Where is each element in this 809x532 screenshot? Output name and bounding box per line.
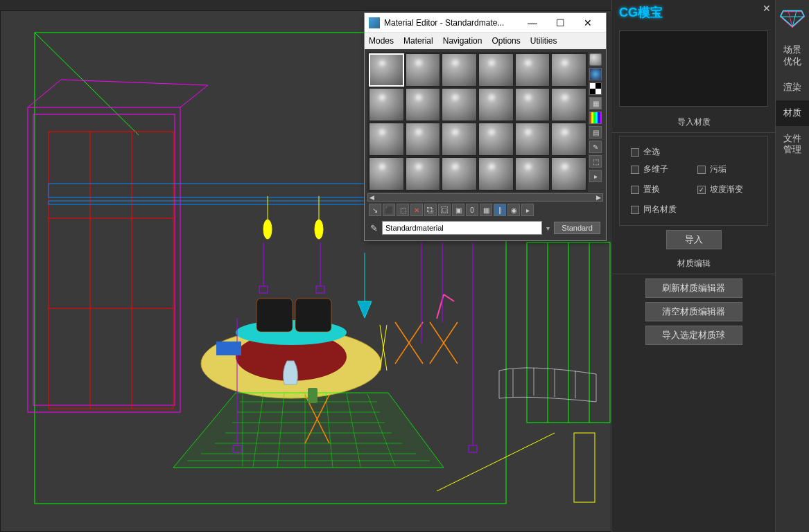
same-name-label: 同名材质 <box>643 204 677 215</box>
menu-options[interactable]: Options <box>492 36 520 46</box>
material-type-button[interactable]: Standard <box>554 222 600 234</box>
dropdown-icon[interactable]: ▾ <box>546 224 550 232</box>
go-to-parent-icon[interactable]: ◉ <box>507 204 520 216</box>
menu-modes[interactable]: Modes <box>369 36 394 46</box>
make-unique-icon[interactable]: ⿴ <box>438 204 451 216</box>
material-slot[interactable] <box>515 53 550 87</box>
edit-section-title: 材质编辑 <box>612 254 775 274</box>
sample-side-toolbar: ▦ ▤ ✎ ⬚ ▸ <box>588 52 603 192</box>
material-slot[interactable] <box>442 88 477 121</box>
material-slot[interactable] <box>478 53 514 87</box>
menu-navigation[interactable]: Navigation <box>443 36 482 46</box>
tab-scene-optimize[interactable]: 场景 优化 <box>776 37 809 75</box>
backlight-icon[interactable] <box>589 68 602 80</box>
svg-marker-74 <box>781 11 804 27</box>
checkbox-multisubobject[interactable] <box>631 166 639 174</box>
background-icon[interactable] <box>589 82 602 95</box>
window-title: Material Editor - Standardmate... <box>384 18 519 28</box>
dirt-label: 污垢 <box>710 163 727 175</box>
refresh-editor-button[interactable]: 刷新材质编辑器 <box>645 278 742 298</box>
import-section-title: 导入材质 <box>612 112 775 133</box>
multisubobject-label: 多维子 <box>643 163 668 175</box>
diamond-logo-icon[interactable] <box>779 7 806 28</box>
material-editor-titlebar[interactable]: Material Editor - Standardmate... — ☐ ✕ <box>365 13 606 33</box>
scroll-right-icon[interactable]: ▶ <box>596 194 601 201</box>
material-slot[interactable] <box>442 53 477 87</box>
material-sample-grid <box>367 52 588 192</box>
app-icon <box>369 17 380 28</box>
checkbox-displacement[interactable] <box>631 186 639 194</box>
material-map-navigator-icon[interactable]: ▸ <box>589 170 602 182</box>
side-tab-bar: 场景 优化 渲染 材质 文件 管理 <box>775 0 809 532</box>
material-slot[interactable] <box>406 157 441 190</box>
material-slot[interactable] <box>406 53 441 87</box>
show-map-icon[interactable]: ▦ <box>480 204 492 216</box>
material-editor-window[interactable]: Material Editor - Standardmate... — ☐ ✕ … <box>364 12 607 241</box>
make-copy-icon[interactable]: ⿻ <box>424 204 437 216</box>
assign-to-selection-icon[interactable]: ⬚ <box>397 204 409 216</box>
sample-scrollbar[interactable]: ◀ ▶ <box>367 193 603 202</box>
menu-utilities[interactable]: Utilities <box>530 36 557 46</box>
options-icon[interactable]: ✎ <box>589 141 602 153</box>
checkbox-dirt[interactable] <box>697 166 706 174</box>
material-slot[interactable] <box>515 88 550 121</box>
put-to-scene-icon[interactable]: ⬛ <box>383 204 395 216</box>
close-button[interactable]: ✕ <box>574 14 602 32</box>
get-material-icon[interactable]: ↘ <box>369 204 381 216</box>
material-id-icon[interactable]: 0 <box>466 204 478 216</box>
put-to-library-icon[interactable]: ▣ <box>452 204 464 216</box>
material-slot[interactable] <box>369 123 404 156</box>
reset-map-icon[interactable]: ✕ <box>410 204 423 216</box>
checkbox-same-name[interactable] <box>631 206 639 214</box>
tab-material[interactable]: 材质 <box>776 100 809 126</box>
menu-bar: Modes Material Navigation Options Utilit… <box>365 33 606 49</box>
maximize-button[interactable]: ☐ <box>546 14 574 32</box>
checkbox-gradient-ramp[interactable] <box>697 186 706 194</box>
material-slot[interactable] <box>478 157 514 190</box>
select-all-label: 全选 <box>643 146 660 158</box>
material-slot[interactable] <box>369 53 404 87</box>
material-slot[interactable] <box>406 88 441 121</box>
video-color-check-icon[interactable] <box>589 112 602 124</box>
material-slot[interactable] <box>478 88 514 121</box>
uv-tiling-icon[interactable]: ▦ <box>589 97 602 109</box>
cg-logo: CG模宝 <box>619 4 663 21</box>
minimize-button[interactable]: — <box>519 14 546 32</box>
show-end-result-icon[interactable]: ‖ <box>494 204 506 216</box>
gradient-ramp-label: 坡度渐变 <box>710 184 743 195</box>
tab-file-manage[interactable]: 文件 管理 <box>776 126 809 163</box>
scroll-left-icon[interactable]: ◀ <box>369 194 374 201</box>
checkbox-select-all[interactable] <box>631 148 639 157</box>
select-by-material-icon[interactable]: ⬚ <box>589 155 602 168</box>
sample-type-icon[interactable] <box>589 53 602 66</box>
material-slot[interactable] <box>551 88 586 121</box>
material-slot[interactable] <box>515 123 550 156</box>
import-button[interactable]: 导入 <box>666 230 722 249</box>
import-selected-button[interactable]: 导入选定材质球 <box>645 326 742 345</box>
menu-material[interactable]: Material <box>403 36 433 46</box>
material-toolbar: ↘ ⬛ ⬚ ✕ ⿻ ⿴ ▣ 0 ▦ ‖ ◉ ▸ <box>367 202 603 218</box>
material-slot[interactable] <box>442 123 477 156</box>
material-slot[interactable] <box>442 157 477 190</box>
displacement-label: 置换 <box>643 184 660 195</box>
material-slot[interactable] <box>478 123 514 156</box>
material-slot[interactable] <box>551 53 586 87</box>
tab-render[interactable]: 渲染 <box>776 75 809 100</box>
clear-editor-button[interactable]: 清空材质编辑器 <box>645 302 742 321</box>
import-options: 全选 多维子 污垢 置换 坡度渐变 同名材质 <box>619 136 768 226</box>
material-preview-area <box>619 30 768 107</box>
material-slot[interactable] <box>551 123 586 156</box>
make-preview-icon[interactable]: ▤ <box>589 126 602 139</box>
panel-close-icon[interactable]: ✕ <box>763 3 771 14</box>
material-name-input[interactable] <box>382 221 542 235</box>
go-forward-icon[interactable]: ▸ <box>521 204 534 216</box>
material-slot[interactable] <box>515 157 550 190</box>
cg-plugin-panel: CG模宝 ✕ 导入材质 全选 多维子 污垢 置换 坡度渐变 <box>611 0 775 532</box>
material-slot[interactable] <box>369 157 404 190</box>
material-slot[interactable] <box>369 88 404 121</box>
eyedropper-icon[interactable]: ✎ <box>370 223 378 233</box>
material-slot[interactable] <box>551 157 586 190</box>
material-slot[interactable] <box>406 123 441 156</box>
